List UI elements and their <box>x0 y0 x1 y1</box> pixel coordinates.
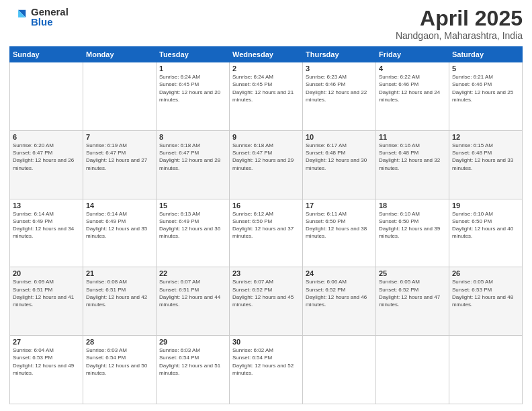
day-info: Sunrise: 6:09 AMSunset: 6:51 PMDaylight:… <box>13 278 80 308</box>
day-number: 27 <box>13 338 80 346</box>
day-number: 22 <box>159 269 226 277</box>
week-row: 6Sunrise: 6:20 AMSunset: 6:47 PMDaylight… <box>10 130 523 199</box>
header-day: Friday <box>376 47 449 62</box>
day-info: Sunrise: 6:19 AMSunset: 6:47 PMDaylight:… <box>86 142 153 172</box>
day-cell: 30Sunrise: 6:02 AMSunset: 6:54 PMDayligh… <box>230 336 303 404</box>
day-info: Sunrise: 6:11 AMSunset: 6:50 PMDaylight:… <box>306 210 373 240</box>
day-number: 19 <box>452 201 519 210</box>
header-day: Wednesday <box>230 47 303 62</box>
day-cell: 8Sunrise: 6:18 AMSunset: 6:47 PMDaylight… <box>157 130 230 199</box>
day-number: 29 <box>159 338 226 346</box>
day-cell: 4Sunrise: 6:22 AMSunset: 6:46 PMDaylight… <box>376 62 449 131</box>
day-number: 2 <box>232 64 300 73</box>
day-number: 20 <box>13 269 80 277</box>
day-number: 7 <box>86 133 153 141</box>
day-info: Sunrise: 6:13 AMSunset: 6:49 PMDaylight:… <box>159 210 226 240</box>
day-cell <box>449 336 523 404</box>
day-cell: 11Sunrise: 6:16 AMSunset: 6:48 PMDayligh… <box>376 130 449 199</box>
day-info: Sunrise: 6:23 AMSunset: 6:46 PMDaylight:… <box>306 73 373 103</box>
day-info: Sunrise: 6:22 AMSunset: 6:46 PMDaylight:… <box>379 73 446 103</box>
day-info: Sunrise: 6:18 AMSunset: 6:47 PMDaylight:… <box>159 142 226 172</box>
day-info: Sunrise: 6:18 AMSunset: 6:47 PMDaylight:… <box>232 142 300 172</box>
day-number: 6 <box>13 133 80 141</box>
day-cell: 23Sunrise: 6:07 AMSunset: 6:52 PMDayligh… <box>230 267 303 336</box>
week-row: 20Sunrise: 6:09 AMSunset: 6:51 PMDayligh… <box>10 267 523 336</box>
week-row: 1Sunrise: 6:24 AMSunset: 6:45 PMDaylight… <box>10 62 523 131</box>
day-info: Sunrise: 6:20 AMSunset: 6:47 PMDaylight:… <box>13 142 80 172</box>
day-cell: 29Sunrise: 6:03 AMSunset: 6:54 PMDayligh… <box>157 336 230 404</box>
logo-icon <box>9 7 28 26</box>
day-cell: 9Sunrise: 6:18 AMSunset: 6:47 PMDaylight… <box>230 130 303 199</box>
day-info: Sunrise: 6:07 AMSunset: 6:52 PMDaylight:… <box>232 278 300 308</box>
day-number: 10 <box>306 133 373 141</box>
logo: General Blue <box>9 7 69 27</box>
day-number: 18 <box>379 201 446 210</box>
day-number: 13 <box>13 201 80 210</box>
day-cell: 24Sunrise: 6:06 AMSunset: 6:52 PMDayligh… <box>303 267 376 336</box>
day-cell: 12Sunrise: 6:15 AMSunset: 6:48 PMDayligh… <box>449 130 523 199</box>
day-info: Sunrise: 6:17 AMSunset: 6:48 PMDaylight:… <box>306 142 373 172</box>
day-cell: 22Sunrise: 6:07 AMSunset: 6:51 PMDayligh… <box>157 267 230 336</box>
header: General Blue April 2025 Nandgaon, Mahara… <box>9 7 523 41</box>
day-cell <box>10 62 83 131</box>
day-number: 5 <box>452 64 519 73</box>
header-row: SundayMondayTuesdayWednesdayThursdayFrid… <box>10 47 523 62</box>
day-number: 26 <box>452 269 519 277</box>
day-cell: 13Sunrise: 6:14 AMSunset: 6:49 PMDayligh… <box>10 199 83 267</box>
logo-general: General <box>31 7 69 17</box>
day-cell: 15Sunrise: 6:13 AMSunset: 6:49 PMDayligh… <box>157 199 230 267</box>
day-cell: 28Sunrise: 6:03 AMSunset: 6:54 PMDayligh… <box>83 336 157 404</box>
day-number: 14 <box>86 201 153 210</box>
day-info: Sunrise: 6:05 AMSunset: 6:52 PMDaylight:… <box>379 278 446 308</box>
day-cell: 2Sunrise: 6:24 AMSunset: 6:45 PMDaylight… <box>230 62 303 131</box>
day-info: Sunrise: 6:24 AMSunset: 6:45 PMDaylight:… <box>232 73 300 103</box>
day-cell: 5Sunrise: 6:21 AMSunset: 6:46 PMDaylight… <box>449 62 523 131</box>
day-info: Sunrise: 6:08 AMSunset: 6:51 PMDaylight:… <box>86 278 153 308</box>
day-number: 30 <box>232 338 300 346</box>
day-cell: 16Sunrise: 6:12 AMSunset: 6:50 PMDayligh… <box>230 199 303 267</box>
week-row: 13Sunrise: 6:14 AMSunset: 6:49 PMDayligh… <box>10 199 523 267</box>
day-cell: 19Sunrise: 6:10 AMSunset: 6:50 PMDayligh… <box>449 199 523 267</box>
week-row: 27Sunrise: 6:04 AMSunset: 6:53 PMDayligh… <box>10 336 523 404</box>
header-day: Thursday <box>303 47 376 62</box>
day-number: 16 <box>232 201 300 210</box>
day-cell: 18Sunrise: 6:10 AMSunset: 6:50 PMDayligh… <box>376 199 449 267</box>
day-info: Sunrise: 6:14 AMSunset: 6:49 PMDaylight:… <box>13 210 80 240</box>
day-info: Sunrise: 6:10 AMSunset: 6:50 PMDaylight:… <box>452 210 519 240</box>
day-info: Sunrise: 6:10 AMSunset: 6:50 PMDaylight:… <box>379 210 446 240</box>
day-number: 9 <box>232 133 300 141</box>
day-number: 12 <box>452 133 519 141</box>
day-info: Sunrise: 6:02 AMSunset: 6:54 PMDaylight:… <box>232 347 300 377</box>
calendar-page: General Blue April 2025 Nandgaon, Mahara… <box>0 0 532 411</box>
day-cell <box>376 336 449 404</box>
header-day: Sunday <box>10 47 83 62</box>
day-info: Sunrise: 6:05 AMSunset: 6:53 PMDaylight:… <box>452 278 519 308</box>
day-number: 17 <box>306 201 373 210</box>
day-info: Sunrise: 6:06 AMSunset: 6:52 PMDaylight:… <box>306 278 373 308</box>
day-cell: 27Sunrise: 6:04 AMSunset: 6:53 PMDayligh… <box>10 336 83 404</box>
day-number: 25 <box>379 269 446 277</box>
day-number: 15 <box>159 201 226 210</box>
day-info: Sunrise: 6:12 AMSunset: 6:50 PMDaylight:… <box>232 210 300 240</box>
day-number: 3 <box>306 64 373 73</box>
header-day: Tuesday <box>157 47 230 62</box>
day-info: Sunrise: 6:04 AMSunset: 6:53 PMDaylight:… <box>13 347 80 377</box>
day-cell: 3Sunrise: 6:23 AMSunset: 6:46 PMDaylight… <box>303 62 376 131</box>
logo-blue: Blue <box>31 17 69 27</box>
day-cell: 6Sunrise: 6:20 AMSunset: 6:47 PMDaylight… <box>10 130 83 199</box>
day-cell: 21Sunrise: 6:08 AMSunset: 6:51 PMDayligh… <box>83 267 157 336</box>
day-info: Sunrise: 6:16 AMSunset: 6:48 PMDaylight:… <box>379 142 446 172</box>
logo-text: General Blue <box>31 7 69 27</box>
day-cell: 1Sunrise: 6:24 AMSunset: 6:45 PMDaylight… <box>157 62 230 131</box>
day-number: 4 <box>379 64 446 73</box>
day-cell: 7Sunrise: 6:19 AMSunset: 6:47 PMDaylight… <box>83 130 157 199</box>
header-day: Saturday <box>449 47 523 62</box>
day-number: 21 <box>86 269 153 277</box>
day-number: 28 <box>86 338 153 346</box>
day-cell <box>303 336 376 404</box>
header-day: Monday <box>83 47 157 62</box>
day-info: Sunrise: 6:15 AMSunset: 6:48 PMDaylight:… <box>452 142 519 172</box>
day-info: Sunrise: 6:14 AMSunset: 6:49 PMDaylight:… <box>86 210 153 240</box>
title-month: April 2025 <box>396 7 523 30</box>
day-cell: 17Sunrise: 6:11 AMSunset: 6:50 PMDayligh… <box>303 199 376 267</box>
